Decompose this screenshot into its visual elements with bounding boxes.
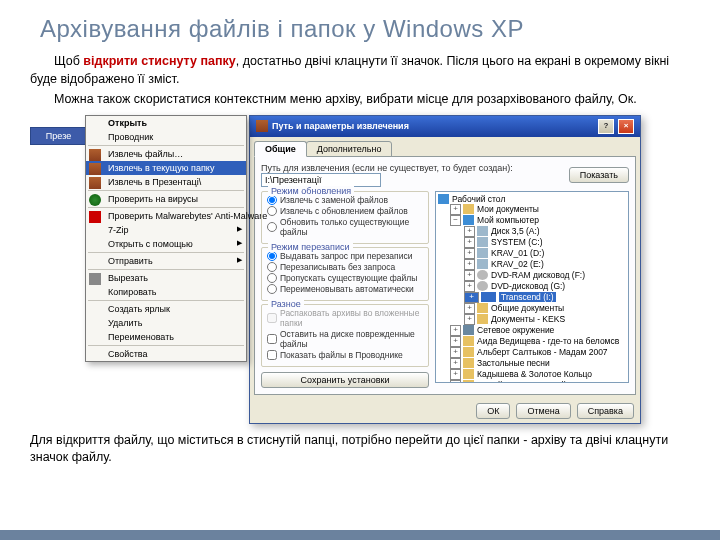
expand-icon[interactable]: + [450,358,461,369]
radio-fresh[interactable] [267,222,277,232]
expand-icon[interactable]: + [464,259,475,270]
folder-icon [463,369,474,379]
radio-skip-label: Пропускать существующие файлы [280,273,417,283]
dialog-title-text: Путь и параметры извлечения [272,121,409,131]
tab-extra[interactable]: Дополнительно [306,141,393,157]
radio-ask[interactable] [267,251,277,261]
ctx-extract-to[interactable]: Извлечь в Презентаці\ [86,175,246,189]
expand-icon[interactable]: + [464,314,475,325]
ctx-send-to[interactable]: Отправить [86,254,246,268]
expand-icon[interactable]: + [450,380,461,383]
expand-icon[interactable]: + [450,347,461,358]
group-overwrite-mode: Режим перезаписи Выдавать запрос при пер… [261,247,429,301]
floppy-icon [477,226,488,236]
check-keep-broken-label: Оставить на диске поврежденные файлы [280,329,423,349]
slide-footer-bar [0,530,720,540]
expand-icon[interactable]: + [450,204,461,215]
group-misc: Разное Распаковать архивы во вложенные п… [261,304,429,367]
radio-fresh-label: Обновить только существующие файлы [280,217,423,237]
expand-icon[interactable]: + [464,292,479,303]
radio-update-label: Извлечь с обновлением файлов [280,206,408,216]
folder-icon [463,204,474,214]
rar-icon [89,177,101,189]
radio-noask-label: Перезаписывать без запроса [280,262,395,272]
folder-icon [463,336,474,346]
ctx-explorer[interactable]: Проводник [86,130,246,144]
cancel-button[interactable]: Отмена [516,403,570,419]
ctx-props[interactable]: Свойства [86,347,246,361]
paragraph-2: Можна також скористатися контекстним мен… [30,91,690,109]
expand-icon[interactable]: + [464,237,475,248]
ctx-malware[interactable]: Проверить Malwarebytes' Anti-Malware [86,209,246,223]
tab-general[interactable]: Общие [254,141,307,157]
ok-button[interactable]: ОК [476,403,510,419]
expand-icon[interactable]: + [450,369,461,380]
expand-icon[interactable]: + [464,248,475,259]
ctx-copy[interactable]: Копировать [86,285,246,299]
close-window-button[interactable]: × [618,119,634,134]
figure-context-menu: Презе Открыть Проводник Извлечь файлы… И… [30,115,245,375]
ctx-cut[interactable]: Вырезать [86,271,246,285]
check-show-explorer[interactable] [267,350,277,360]
network-icon [463,325,474,335]
path-input[interactable] [261,173,381,187]
cut-icon [89,273,101,285]
paragraph-1: Щоб відкрити стиснуту папку, достатньо д… [30,53,690,88]
drive-icon [481,292,496,302]
paragraph-footer: Для відкриття файлу, що міститься в стис… [30,432,690,467]
group-update-title: Режим обновления [268,186,354,196]
ctx-open[interactable]: Открыть [86,116,246,130]
shield-icon [89,194,101,206]
check-nested-label: Распаковать архивы во вложенные папки [280,308,423,328]
path-label: Путь для извлечения (если не существует,… [261,163,563,173]
dvd-icon [477,270,488,280]
expand-icon[interactable]: + [464,303,475,314]
paragraph-1-highlight: відкрити стиснуту папку [83,54,235,68]
ctx-shortcut[interactable]: Создать ярлык [86,302,246,316]
ctx-extract-here[interactable]: Извлечь в текущую папку [86,161,246,175]
drive-icon [477,259,488,269]
ctx-rename[interactable]: Переименовать [86,330,246,344]
ctx-extract-files[interactable]: Извлечь файлы… [86,147,246,161]
archive-folder[interactable]: Презе [30,127,87,145]
dialog-titlebar[interactable]: Путь и параметры извлечения ? × [250,116,640,137]
group-update-mode: Режим обновления Извлечь с заменой файло… [261,191,429,244]
radio-replace[interactable] [267,195,277,205]
radio-update[interactable] [267,206,277,216]
radio-skip[interactable] [267,273,277,283]
help-window-button[interactable]: ? [598,119,614,134]
radio-noask[interactable] [267,262,277,272]
radio-rename[interactable] [267,284,277,294]
help-button[interactable]: Справка [577,403,634,419]
radio-rename-label: Переименовывать автоматически [280,284,414,294]
malware-icon [89,211,101,223]
folder-icon [477,314,488,324]
drive-icon [477,237,488,247]
expand-icon[interactable]: + [450,325,461,336]
radio-ask-label: Выдавать запрос при перезаписи [280,251,412,261]
show-button[interactable]: Показать [569,167,629,183]
radio-replace-label: Извлечь с заменой файлов [280,195,388,205]
paragraph-1-prefix: Щоб [54,54,83,68]
folder-icon [477,303,488,313]
save-settings-button[interactable]: Сохранить установки [261,372,429,388]
check-keep-broken[interactable] [267,334,277,344]
check-nested [267,313,277,323]
extract-dialog: Путь и параметры извлечения ? × Общие До… [249,115,641,424]
dvd-icon [477,281,488,291]
folder-tree[interactable]: Рабочий стол +Мои документы −Мой компьют… [435,191,629,383]
ctx-scan[interactable]: Проверить на вирусы [86,192,246,206]
expand-icon[interactable]: + [464,270,475,281]
collapse-icon[interactable]: − [450,215,461,226]
ctx-delete[interactable]: Удалить [86,316,246,330]
ctx-open-with[interactable]: Открыть с помощью [86,237,246,251]
check-show-explorer-label: Показать файлы в Проводнике [280,350,403,360]
expand-icon[interactable]: + [464,226,475,237]
rar-icon [89,163,101,175]
group-misc-title: Разное [268,299,304,309]
ctx-7zip[interactable]: 7-Zip [86,223,246,237]
rar-icon [256,120,268,132]
expand-icon[interactable]: + [464,281,475,292]
drive-icon [477,248,488,258]
expand-icon[interactable]: + [450,336,461,347]
